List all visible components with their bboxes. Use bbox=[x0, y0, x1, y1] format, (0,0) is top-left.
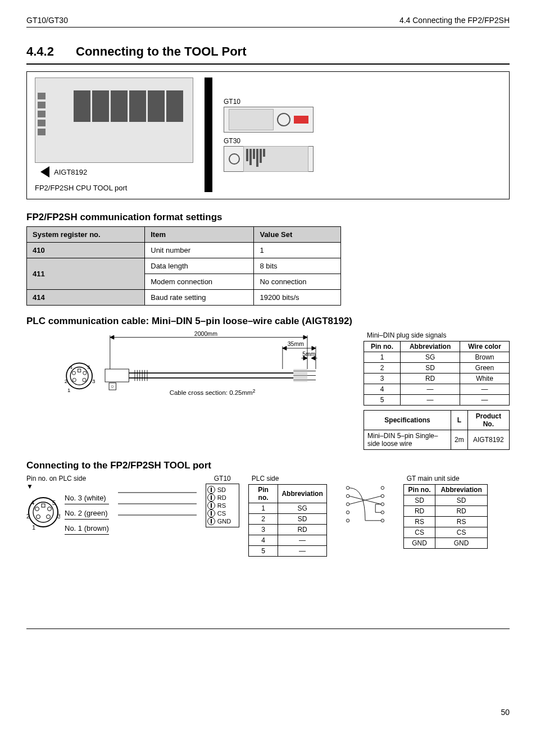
gt-side-caption: GT main unit side bbox=[403, 475, 488, 484]
svg-text:3: 3 bbox=[57, 513, 60, 520]
terminal-block: GT10 SD RD RS CS GND bbox=[206, 475, 239, 527]
signals-caption: Mini–DIN plug side signals bbox=[364, 331, 510, 341]
screw-icon bbox=[207, 486, 215, 494]
svg-text:2: 2 bbox=[65, 378, 67, 384]
connection-figure: AIGT8192 FP2/FP2SH CPU TOOL port GT10 GT… bbox=[26, 71, 510, 199]
svg-text:4: 4 bbox=[31, 499, 34, 506]
cable-product-label: AIGT8192 bbox=[54, 168, 87, 176]
svg-marker-32 bbox=[283, 346, 287, 350]
svg-point-44 bbox=[47, 515, 51, 519]
table-row: 414 Baud rate setting 19200 bits/s bbox=[27, 290, 341, 306]
table-row: GNDGND bbox=[403, 538, 487, 549]
svg-point-42 bbox=[33, 502, 53, 522]
table-row: 2SDGreen bbox=[364, 363, 510, 374]
page-header: GT10/GT30 4.4 Connecting the FP2/FP2SH bbox=[26, 16, 510, 25]
screw-icon bbox=[207, 509, 215, 517]
svg-point-46 bbox=[48, 507, 52, 511]
svg-rect-25 bbox=[293, 369, 307, 382]
table-row: CSCS bbox=[403, 527, 487, 538]
table-row: 4—— bbox=[364, 384, 510, 395]
svg-marker-28 bbox=[303, 335, 307, 339]
cable-length-label: 2000mm bbox=[194, 331, 217, 337]
svg-text:2: 2 bbox=[26, 513, 30, 520]
wiring-title: Connecting to the FP2/FP2SH TOOL port bbox=[26, 460, 510, 471]
table-row: 5— bbox=[248, 546, 326, 557]
svg-point-59 bbox=[381, 494, 384, 497]
svg-rect-6 bbox=[78, 369, 80, 372]
svg-point-56 bbox=[346, 486, 349, 489]
table-row: RSRS bbox=[403, 517, 487, 527]
gt10-unit bbox=[224, 107, 314, 133]
page-number: 50 bbox=[26, 708, 510, 717]
svg-point-60 bbox=[346, 503, 349, 505]
plc-side-caption: PLC side bbox=[248, 475, 327, 484]
cable-title: PLC communication cable: Mini–DIN 5–pin … bbox=[26, 316, 510, 327]
display-units: GT10 GT30 bbox=[224, 98, 314, 172]
svg-text:Cable cross section: 0.25mm2: Cable cross section: 0.25mm2 bbox=[170, 388, 256, 396]
section-title: Connecting to the TOOL Port bbox=[76, 44, 247, 59]
header-left: GT10/GT30 bbox=[26, 16, 68, 25]
wire-row: No. 3 (white) bbox=[65, 493, 109, 504]
svg-point-58 bbox=[346, 494, 349, 497]
table-row: RDRD bbox=[403, 506, 487, 517]
table-row: 410 Unit number 1 bbox=[27, 243, 341, 258]
cross-section-label: Cable cross section: 0.25mm bbox=[170, 389, 253, 396]
wiring-diagram: Pin no. on PLC side ▼ 23 45 1 No. 3 (whi… bbox=[26, 475, 510, 561]
gt30-unit bbox=[224, 146, 314, 172]
table-row: 4— bbox=[248, 535, 326, 546]
table-row: 1SGBrown bbox=[364, 352, 510, 363]
section-number: 4.4.2 bbox=[26, 44, 60, 59]
svg-point-64 bbox=[346, 519, 349, 522]
svg-point-63 bbox=[381, 511, 384, 514]
plc-illustration: AIGT8192 FP2/FP2SH CPU TOOL port bbox=[35, 78, 193, 192]
svg-point-5 bbox=[83, 371, 87, 375]
svg-point-61 bbox=[381, 503, 384, 505]
svg-point-3 bbox=[83, 378, 86, 381]
svg-rect-47 bbox=[42, 504, 45, 507]
settings-col-value: Value Set bbox=[254, 227, 341, 243]
settings-col-reg: System register no. bbox=[27, 227, 145, 243]
settings-title: FP2/FP2SH communication format settings bbox=[26, 212, 510, 223]
cable-end-mark: ○ bbox=[111, 383, 114, 389]
cable-svg: 2 1 3 4 5 ○ bbox=[26, 331, 352, 416]
gt10-label: GT10 bbox=[224, 98, 314, 106]
strip-length-label: 35mm bbox=[288, 340, 305, 347]
table-row: SDSD bbox=[403, 495, 487, 506]
table-row: 3RD bbox=[248, 525, 326, 535]
arrow-left-icon bbox=[40, 166, 49, 177]
table-row: 1SG bbox=[248, 503, 326, 514]
wire-row: No. 2 (green) bbox=[65, 508, 109, 520]
footer-rule bbox=[26, 629, 510, 629]
cross-section-exp: 2 bbox=[253, 388, 256, 394]
table-row: 3RDWhite bbox=[364, 374, 510, 384]
svg-text:1: 1 bbox=[32, 524, 35, 531]
svg-text:3: 3 bbox=[92, 378, 95, 384]
gt30-label: GT30 bbox=[224, 137, 314, 145]
header-rule bbox=[26, 27, 510, 28]
gt-side-table: GT main unit side Pin no.Abbreviation SD… bbox=[403, 475, 488, 549]
svg-rect-12 bbox=[105, 369, 129, 382]
table-row: Mini–DIN 5–pin Single–side loose wire 2m… bbox=[364, 430, 510, 450]
svg-point-2 bbox=[72, 378, 76, 381]
pinout-icon: 23 45 1 bbox=[26, 493, 60, 532]
wire-row: No. 1 (brown) bbox=[65, 523, 109, 535]
table-row: 411 Data length 8 bits bbox=[27, 258, 341, 274]
cable-drawing: 2 1 3 4 5 ○ bbox=[26, 331, 352, 417]
settings-col-item: Item bbox=[145, 227, 254, 243]
connection-net bbox=[343, 475, 388, 531]
svg-text:5: 5 bbox=[52, 499, 56, 506]
svg-marker-27 bbox=[110, 335, 114, 339]
signals-table: Mini–DIN plug side signals Pin no. Abbre… bbox=[364, 331, 510, 406]
port-caption: FP2/FP2SH CPU TOOL port bbox=[35, 184, 193, 192]
svg-point-57 bbox=[381, 486, 384, 489]
header-right: 4.4 Connecting the FP2/FP2SH bbox=[399, 16, 510, 25]
plc-side-table: PLC side Pin no.Abbreviation 1SG 2SD 3RD… bbox=[248, 475, 327, 557]
cable-pipe-icon bbox=[205, 78, 212, 192]
wire-lines bbox=[118, 475, 197, 525]
screw-icon bbox=[207, 517, 215, 525]
table-row: 5—— bbox=[364, 395, 510, 406]
svg-point-43 bbox=[37, 515, 40, 519]
down-arrow-icon: ▼ bbox=[26, 482, 33, 490]
svg-point-4 bbox=[72, 371, 75, 375]
svg-point-1 bbox=[70, 367, 88, 385]
